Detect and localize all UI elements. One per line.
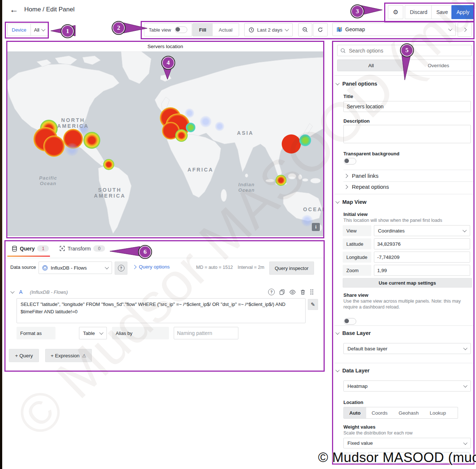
zoom-out-button[interactable] — [298, 23, 312, 36]
format-as-label: Format as — [17, 327, 55, 339]
query-options-meta: MD = auto = 1512 — [196, 265, 233, 270]
time-range-picker[interactable]: Last 2 days — [244, 23, 293, 36]
geomap-canvas[interactable]: NORTH AMERICAPacific OceanSOUTH AMERICAA… — [7, 51, 323, 236]
location-mode-coords[interactable]: Coords — [366, 407, 393, 418]
table-view-toggle[interactable] — [175, 26, 187, 33]
back-arrow-icon[interactable]: ← — [10, 4, 18, 15]
location-mode-geohash[interactable]: Geohash — [393, 407, 424, 418]
panel-settings-button[interactable]: ⚙ — [388, 5, 403, 19]
query-options-toggle[interactable]: Query options — [133, 264, 170, 270]
section-repeat-options[interactable]: Repeat options — [345, 184, 389, 190]
view-select[interactable]: Coordinates — [374, 225, 470, 236]
refresh-button[interactable] — [313, 23, 328, 36]
delete-query-icon[interactable] — [300, 289, 305, 295]
alias-by-label: Alias by — [112, 327, 169, 339]
zoom-label: Zoom — [343, 265, 371, 276]
section-panel-options[interactable]: Panel options — [336, 81, 377, 87]
panel-description-input[interactable] — [343, 125, 471, 143]
section-data-layer[interactable]: Data Layer — [336, 368, 369, 374]
chevron-right-icon — [132, 265, 136, 269]
section-label: Map View — [342, 199, 367, 205]
duplicate-query-icon[interactable] — [280, 289, 285, 295]
description-label: Description — [343, 118, 370, 124]
tab-overrides[interactable]: Overrides — [405, 60, 472, 71]
chevron-right-icon — [344, 174, 348, 178]
active-tab-underline — [7, 256, 50, 257]
share-view-toggle[interactable] — [344, 318, 356, 325]
map-text-label: SOUTH AMERICA — [94, 187, 126, 199]
datasource-help-button[interactable]: ? — [115, 261, 127, 275]
edit-query-button[interactable]: ✎ — [308, 299, 318, 310]
chevron-down-icon — [335, 368, 339, 372]
data-layer-select[interactable]: Heatmap — [343, 380, 471, 392]
view-label: View — [343, 225, 371, 236]
location-mode-auto[interactable]: Auto — [344, 407, 366, 418]
chevron-down-icon — [105, 265, 109, 269]
query-count-badge: 1 — [37, 245, 49, 252]
tab-all[interactable]: All — [338, 60, 405, 71]
influxdb-icon — [42, 265, 48, 271]
discard-button[interactable]: Discard — [405, 5, 432, 19]
annotation-arrow-6 — [110, 246, 140, 256]
section-label: Panel options — [342, 81, 377, 87]
collapse-options-button[interactable] — [458, 23, 472, 37]
apply-button[interactable]: Apply — [451, 5, 475, 19]
tab-actual[interactable]: Actual — [213, 24, 239, 36]
weight-fixed-label — [343, 452, 366, 463]
chevron-down-icon — [335, 81, 339, 85]
save-button[interactable]: Save — [431, 5, 453, 19]
toggle-visibility-icon[interactable] — [289, 290, 296, 295]
section-base-layer[interactable]: Base Layer — [336, 330, 371, 336]
section-map-view[interactable]: Map View — [336, 199, 367, 205]
section-panel-links[interactable]: Panel links — [345, 173, 379, 179]
chevron-down-icon — [463, 346, 467, 350]
panel-links-label: Panel links — [352, 173, 379, 179]
tab-transform-label: Transform — [68, 246, 91, 252]
query-datasource-hint: (InfluxDB - Flows) — [30, 289, 68, 295]
drag-handle-icon[interactable] — [310, 289, 314, 295]
longitude-label: Longitude — [343, 252, 371, 263]
base-layer-select[interactable]: Default base layer — [343, 343, 471, 354]
add-query-button[interactable]: + Query — [9, 349, 39, 362]
transparent-background-toggle[interactable] — [344, 158, 356, 165]
annotation-circle-1: 1 — [61, 24, 75, 38]
datasource-picker[interactable]: InfluxDB - Flows — [39, 261, 112, 274]
query-inspector-button[interactable]: Query inspector — [269, 261, 314, 275]
map-text-label: Pacific Ocean — [39, 175, 57, 186]
weight-values-label: Weight values — [343, 424, 375, 430]
tab-fill[interactable]: Fill — [193, 24, 213, 36]
alias-by-input[interactable] — [174, 327, 238, 339]
map-labels-layer: NORTH AMERICAPacific OceanSOUTH AMERICAA… — [7, 51, 323, 236]
variable-label: Device — [12, 27, 26, 33]
tab-transform[interactable]: Transform 0 — [60, 245, 105, 252]
annotation-circle-6: 6 — [138, 245, 152, 259]
zoom-input[interactable] — [374, 265, 470, 276]
visualization-picker[interactable]: Geomap — [332, 23, 456, 36]
weight-fixed-value-input[interactable] — [368, 452, 469, 463]
use-current-map-settings-button[interactable]: Use current map settings — [343, 278, 472, 288]
format-as-select[interactable]: Table — [79, 327, 107, 339]
warning-icon: ⚠ — [82, 353, 86, 358]
chevron-down-icon[interactable] — [10, 289, 14, 293]
location-mode-lookup[interactable]: Lookup — [424, 407, 451, 418]
visualization-label: Geomap — [345, 26, 365, 32]
geomap-icon — [336, 26, 342, 32]
template-variable-device[interactable]: Device All — [7, 24, 48, 36]
size-mode-tabs: Fill Actual — [192, 23, 239, 36]
breadcrumb: Home / Edit Panel — [24, 6, 75, 13]
share-view-label: Share view — [343, 292, 368, 298]
map-attribution-button[interactable]: i — [312, 223, 320, 231]
variable-value: All — [34, 27, 39, 33]
query-help-icon[interactable]: ? — [268, 289, 275, 295]
weight-values-select[interactable]: Fixed value — [343, 438, 471, 448]
clock-icon — [249, 27, 254, 33]
latitude-input[interactable] — [374, 238, 470, 249]
view-value: Coordinates — [378, 228, 405, 234]
screen-edge — [0, 0, 2, 469]
panel-title-input[interactable] — [343, 101, 471, 112]
longitude-input[interactable] — [374, 252, 470, 263]
tab-query[interactable]: Query 1 — [12, 245, 49, 252]
query-sql-editor[interactable]: SELECT "latitude", "longitude" FROM "flo… — [17, 298, 306, 323]
add-expression-button[interactable]: + Expression ⚠ — [45, 349, 92, 362]
repeat-options-label: Repeat options — [352, 184, 389, 190]
